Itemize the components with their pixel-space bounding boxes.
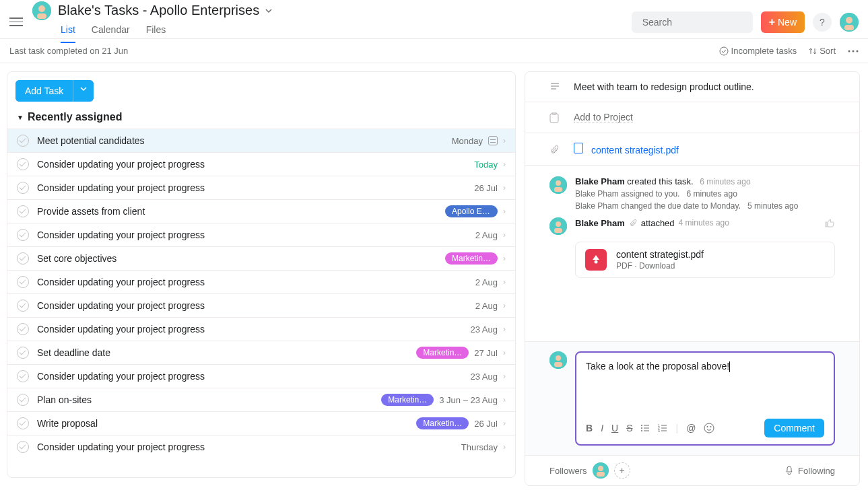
svg-point-18 [556, 221, 561, 227]
user-avatar[interactable] [840, 13, 859, 32]
project-pill[interactable]: Marketin… [381, 394, 434, 406]
task-row[interactable]: Consider updating your project progress2… [7, 293, 515, 317]
bullet-list-button[interactable] [640, 423, 650, 433]
svg-point-11 [857, 50, 859, 52]
description-text[interactable]: Meet with team to redesign product outli… [574, 81, 754, 92]
complete-checkbox[interactable] [17, 276, 29, 288]
project-pill[interactable]: Marketin… [416, 417, 469, 429]
owner-avatar [32, 1, 51, 20]
task-row[interactable]: Consider updating your project progressT… [7, 435, 515, 458]
following-toggle[interactable]: Following [784, 466, 835, 476]
mention-button[interactable]: @ [686, 423, 696, 433]
section-header[interactable]: ▼ Recently assigned [7, 106, 515, 129]
project-pill[interactable]: Marketin… [416, 347, 469, 359]
help-button[interactable]: ? [813, 13, 832, 32]
follower-avatar[interactable] [593, 462, 609, 479]
comment-submit-button[interactable]: Comment [764, 419, 824, 438]
attachment-name: content strategist.pdf [591, 145, 679, 155]
tab-files[interactable]: Files [146, 24, 166, 43]
add-task-button[interactable]: Add Task [15, 80, 73, 102]
tab-calendar[interactable]: Calendar [92, 24, 130, 43]
chevron-right-icon: › [503, 136, 506, 145]
project-pill[interactable]: Apollo En… [445, 205, 498, 217]
complete-checkbox[interactable] [17, 158, 29, 170]
task-row[interactable]: Consider updating your project progress2… [7, 176, 515, 199]
description-row: Meet with team to redesign product outli… [525, 72, 859, 102]
chevron-right-icon: › [503, 160, 506, 169]
task-row[interactable]: Write proposalMarketin…26 Jul› [7, 411, 515, 435]
task-row[interactable]: Consider updating your project progress2… [7, 317, 515, 341]
add-follower-button[interactable]: + [614, 462, 630, 479]
title-row[interactable]: Blake's Tasks - Apollo Enterprises [32, 1, 632, 20]
complete-checkbox[interactable] [17, 229, 29, 241]
add-to-project-link[interactable]: Add to Project [574, 112, 633, 123]
followers-label: Followers [549, 466, 587, 476]
filter-incomplete[interactable]: Incomplete tasks [719, 46, 797, 56]
number-list-button[interactable]: 123 [658, 423, 667, 433]
complete-checkbox[interactable] [17, 323, 29, 335]
complete-checkbox[interactable] [17, 300, 29, 312]
activity-action: assigned to you. [621, 189, 679, 199]
like-button[interactable] [824, 217, 835, 228]
following-label: Following [798, 466, 835, 476]
task-date: 26 Jul [474, 419, 498, 429]
task-row[interactable]: Set core objectivesMarketin…› [7, 246, 515, 270]
complete-checkbox[interactable] [17, 394, 29, 406]
task-row[interactable]: Consider updating your project progress2… [7, 364, 515, 388]
task-row[interactable]: Consider updating your project progress2… [7, 223, 515, 246]
complete-checkbox[interactable] [17, 182, 29, 194]
tab-list[interactable]: List [61, 24, 75, 43]
more-menu[interactable] [848, 50, 859, 53]
menu-icon[interactable] [9, 15, 23, 29]
svg-point-9 [848, 50, 850, 52]
complete-checkbox[interactable] [17, 252, 29, 265]
activity-time: 6 minutes ago [700, 177, 750, 186]
emoji-button[interactable] [704, 423, 714, 433]
svg-point-8 [720, 47, 728, 55]
bell-icon [784, 466, 794, 475]
main: Add Task ▼ Recently assigned Meet potent… [0, 63, 868, 486]
task-name: Set deadline date [37, 347, 416, 358]
search-input[interactable] [642, 17, 760, 28]
complete-checkbox[interactable] [17, 370, 29, 382]
task-row[interactable]: Provide assets from clientApollo En…› [7, 199, 515, 223]
attachment-download[interactable]: Download [639, 261, 675, 271]
task-date: 23 Aug [471, 324, 498, 335]
complete-checkbox[interactable] [17, 135, 29, 147]
chevron-right-icon: › [503, 348, 506, 357]
last-completed-text: Last task completed on 21 Jun [9, 46, 128, 56]
comment-area: Take a look at the proposal above! B I U… [525, 341, 859, 455]
bold-button[interactable]: B [586, 423, 593, 433]
add-task-dropdown[interactable] [73, 80, 94, 102]
task-row[interactable]: Plan on-sitesMarketin…3 Jun – 23 Aug› [7, 388, 515, 411]
comment-input[interactable]: Take a look at the proposal above! [586, 361, 824, 412]
sort-button[interactable]: Sort [809, 46, 836, 56]
task-row[interactable]: Consider updating your project progress2… [7, 270, 515, 293]
new-button[interactable]: + New [761, 11, 805, 33]
complete-checkbox[interactable] [17, 417, 29, 429]
task-date: Today [474, 160, 498, 170]
complete-checkbox[interactable] [17, 347, 29, 359]
strike-button[interactable]: S [626, 423, 632, 433]
task-meta: 2 Aug› [475, 301, 506, 311]
chevron-right-icon: › [503, 324, 506, 334]
underline-button[interactable]: U [611, 423, 618, 433]
comment-box[interactable]: Take a look at the proposal above! B I U… [575, 351, 835, 446]
search-box[interactable] [632, 11, 753, 33]
chevron-right-icon: › [503, 230, 506, 240]
chevron-right-icon: › [503, 254, 506, 263]
task-row[interactable]: Meet potential candidatesMonday› [7, 129, 515, 152]
project-pill[interactable]: Marketin… [445, 252, 498, 265]
attachment-link[interactable]: content strategist.pdf [574, 143, 679, 155]
activity-actor: Blake Pham [575, 218, 625, 228]
task-name: Consider updating your project progress [37, 324, 471, 335]
chevron-down-icon[interactable] [265, 7, 273, 15]
attachment-card[interactable]: content strategist.pdf PDF · Download [575, 242, 835, 278]
task-row[interactable]: Set deadline dateMarketin…27 Jul› [7, 341, 515, 364]
task-meta: Thursday› [461, 442, 506, 452]
complete-checkbox[interactable] [17, 205, 29, 217]
task-row[interactable]: Consider updating your project progressT… [7, 152, 515, 176]
complete-checkbox[interactable] [17, 441, 29, 453]
add-to-project-row[interactable]: Add to Project [525, 102, 859, 133]
italic-button[interactable]: I [601, 423, 603, 433]
